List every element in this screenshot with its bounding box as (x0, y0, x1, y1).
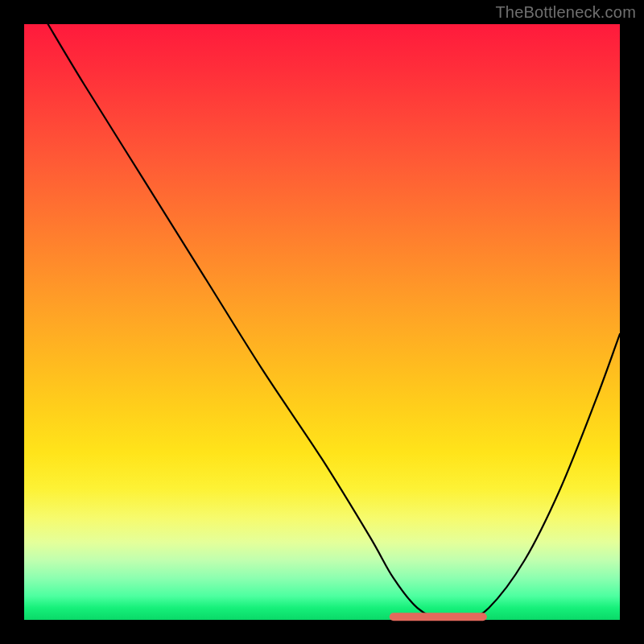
plot-area (24, 24, 620, 620)
chart-svg (24, 24, 620, 620)
bottleneck-curve (48, 24, 620, 621)
chart-frame: TheBottleneck.com (0, 0, 644, 644)
watermark-text: TheBottleneck.com (495, 3, 636, 22)
